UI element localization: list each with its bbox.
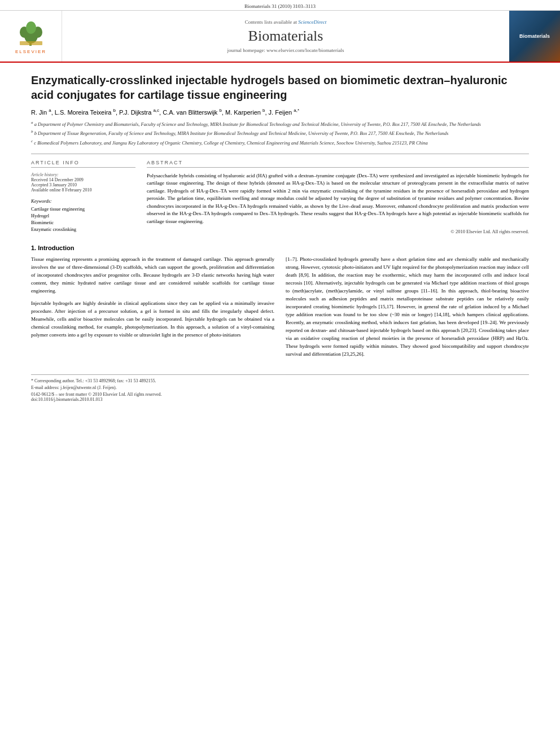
intro-left-col: Tissue engineering represents a promisin… <box>31 256 274 362</box>
intro-right-col: [1–7]. Photo-crosslinked hydrogels gener… <box>286 256 529 362</box>
introduction-section: 1. Introduction Tissue engineering repre… <box>31 244 529 362</box>
main-content: Enzymatically-crosslinked injectable hyd… <box>0 73 560 402</box>
footer-issn: 0142-9612/$ – see front matter © 2010 El… <box>31 392 529 397</box>
abstract-label: ABSTRACT <box>147 160 529 168</box>
elsevier-tree-icon <box>14 19 48 46</box>
affiliation-c: c c Biomedical Polymers Laboratory, and … <box>31 139 529 147</box>
affiliation-a: a a Department of Polymer Chemistry and … <box>31 120 529 128</box>
article-info-label: ARTICLE INFO <box>31 160 135 168</box>
journal-title: Biomaterials <box>248 28 323 45</box>
svg-rect-5 <box>20 41 42 45</box>
page-footer: * Corresponding author. Tel.: +31 53 489… <box>31 374 529 402</box>
elsevier-emblem <box>14 19 48 47</box>
keyword-4: Enzymatic crosslinking <box>31 226 135 232</box>
article-info-col: ARTICLE INFO Article history: Received 1… <box>31 160 135 235</box>
corresponding-author-text: * Corresponding author. Tel.: +31 53 489… <box>31 378 156 383</box>
elsevier-logo-box: ELSEVIER <box>0 11 62 62</box>
abstract-copyright: © 2010 Elsevier Ltd. All rights reserved… <box>147 229 529 234</box>
intro-para-right-1: [1–7]. Photo-crosslinked hydrogels gener… <box>286 256 529 358</box>
divider <box>31 154 529 154</box>
email-address: j.feijen@utwente.nl (J. Feijen). <box>60 385 117 390</box>
sciencedirect-line: Contents lists available at ScienceDirec… <box>245 19 327 25</box>
corresponding-author-note: * Corresponding author. Tel.: +31 53 489… <box>31 378 529 383</box>
keyword-2: Hydrogel <box>31 213 135 219</box>
sciencedirect-link: ScienceDirect <box>298 19 326 25</box>
biomaterials-logo-text: Biomaterials <box>517 31 552 41</box>
affiliation-b: b b Department of Tissue Regeneration, F… <box>31 129 529 137</box>
email-label: E-mail address: <box>31 385 59 390</box>
biomaterials-logo-box: Biomaterials <box>509 11 560 62</box>
svg-point-4 <box>26 21 36 34</box>
history-label: Article history: <box>31 172 135 177</box>
footer-doi: doi:10.1016/j.biomaterials.2010.01.013 <box>31 397 529 402</box>
journal-homepage: journal homepage: www.elsevier.com/locat… <box>228 47 344 53</box>
issn-text: 0142-9612/$ – see front matter © 2010 El… <box>31 392 162 397</box>
introduction-heading: 1. Introduction <box>31 244 529 251</box>
email-note: E-mail address: j.feijen@utwente.nl (J. … <box>31 385 529 390</box>
journal-citation: Biomaterials 31 (2010) 3103–3113 <box>0 0 560 11</box>
sciencedirect-prefix: Contents lists available at <box>245 19 297 25</box>
elsevier-brand: ELSEVIER <box>15 49 46 54</box>
keyword-1: Cartilage tissue engineering <box>31 206 135 212</box>
abstract-text: Polysaccharide hybrids consisting of hya… <box>147 172 529 226</box>
intro-para-1: Tissue engineering represents a promisin… <box>31 256 274 295</box>
introduction-body: Tissue engineering represents a promisin… <box>31 256 529 362</box>
keywords-label: Keywords: <box>31 198 135 204</box>
accepted-date: Accepted 3 January 2010 <box>31 182 135 187</box>
keywords-section: Keywords: Cartilage tissue engineering H… <box>31 198 135 232</box>
available-date: Available online 8 February 2010 <box>31 187 135 193</box>
journal-header: ELSEVIER Contents lists available at Sci… <box>0 11 560 63</box>
citation-text: Biomaterials 31 (2010) 3103–3113 <box>244 3 316 9</box>
article-history: Article history: Received 14 December 20… <box>31 172 135 193</box>
abstract-col: ABSTRACT Polysaccharide hybrids consisti… <box>147 160 529 235</box>
intro-para-2: Injectable hydrogels are highly desirabl… <box>31 300 274 339</box>
page: Biomaterials 31 (2010) 3103–3113 ELSEVIE… <box>0 0 560 747</box>
doi-text: doi:10.1016/j.biomaterials.2010.01.013 <box>31 397 102 402</box>
authors: R. Jin a, L.S. Moreira Teixeira b, P.J. … <box>31 108 529 116</box>
authors-text: R. Jin a, L.S. Moreira Teixeira b, P.J. … <box>31 109 299 116</box>
article-title: Enzymatically-crosslinked injectable hyd… <box>31 73 529 102</box>
keyword-3: Biomimetic <box>31 220 135 225</box>
affiliations: a a Department of Polymer Chemistry and … <box>31 120 529 147</box>
received-date: Received 14 December 2009 <box>31 177 135 182</box>
article-info-abstract-layout: ARTICLE INFO Article history: Received 1… <box>31 160 529 235</box>
journal-center: Contents lists available at ScienceDirec… <box>62 11 509 62</box>
